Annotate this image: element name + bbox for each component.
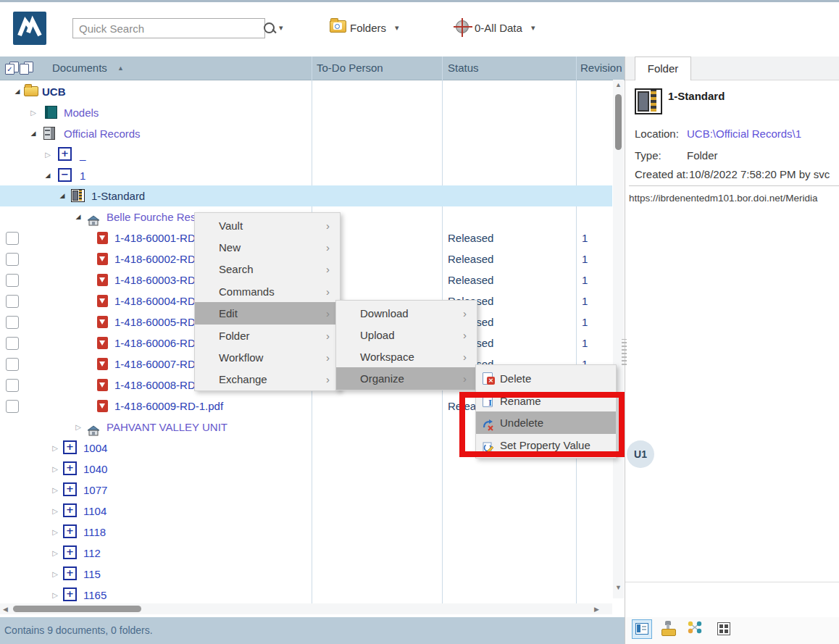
plus-box-icon[interactable]: +: [63, 545, 77, 559]
plus-box-icon[interactable]: +: [63, 482, 77, 496]
tree-item-numbered[interactable]: ▷ + 1165: [0, 585, 612, 606]
minus-box-icon[interactable]: −: [58, 168, 72, 182]
plus-box-icon[interactable]: +: [63, 587, 77, 601]
row-checkbox[interactable]: [6, 400, 19, 413]
search-input[interactable]: [72, 18, 265, 38]
expand-closed-icon[interactable]: ▷: [51, 480, 59, 501]
scroll-down-icon[interactable]: ▼: [615, 584, 622, 591]
row-checkbox[interactable]: [6, 295, 19, 308]
row-checkbox[interactable]: [6, 274, 19, 287]
properties-view-button[interactable]: [632, 619, 652, 639]
scope-button[interactable]: 0-All Data: [475, 22, 522, 34]
scroll-right-icon[interactable]: ▶: [594, 606, 599, 613]
folders-caret-icon[interactable]: ▾: [395, 23, 399, 33]
expand-open-icon[interactable]: ◢: [29, 123, 38, 144]
created-value: 10/8/2022 7:58:20 PM by svc: [689, 168, 839, 180]
menu-item-download[interactable]: Download›: [336, 302, 477, 325]
menu-item-workflow[interactable]: Workflow›: [195, 346, 340, 369]
relations-button[interactable]: [687, 619, 706, 637]
panel-resize-gripper[interactable]: [622, 339, 627, 365]
row-checkbox[interactable]: [6, 379, 19, 392]
tab-folder[interactable]: Folder: [635, 57, 691, 80]
plus-box-icon[interactable]: +: [63, 566, 77, 580]
expand-open-icon[interactable]: ◢: [13, 81, 22, 102]
tree-item-numbered[interactable]: ▷ + 1118: [0, 522, 612, 543]
location-link[interactable]: UCB:\Official Records\1: [687, 127, 801, 140]
tree-item-ucb[interactable]: ◢ UCB: [0, 81, 612, 102]
tree-item-1[interactable]: ◢ − 1: [0, 165, 612, 186]
menu-item-delete[interactable]: × Delete: [476, 367, 616, 390]
menu-item-edit[interactable]: Edit›: [195, 302, 340, 325]
tree-item-underscore[interactable]: ▷ + _: [0, 144, 612, 165]
menu-item-new[interactable]: New›: [195, 236, 340, 259]
tree-item-models[interactable]: ▷ Models: [0, 102, 612, 123]
tree-item-numbered[interactable]: ▷ + 1104: [0, 501, 612, 522]
thumbnail-view-button[interactable]: [714, 619, 733, 637]
plus-box-icon[interactable]: +: [63, 461, 77, 475]
tree-label: PAHVANT VALLEY UNIT: [107, 417, 228, 438]
type-value: Folder: [687, 149, 718, 162]
expand-closed-icon[interactable]: ▷: [29, 102, 38, 123]
expand-closed-icon[interactable]: ▷: [51, 585, 59, 606]
plus-box-icon[interactable]: +: [58, 147, 72, 161]
menu-item-commands[interactable]: Commands›: [195, 280, 340, 303]
expand-open-icon[interactable]: ◢: [74, 206, 83, 227]
menu-item-exchange[interactable]: Exchange›: [195, 368, 340, 390]
tree-item-1-standard[interactable]: ◢ 1-Standard: [0, 185, 612, 206]
row-checkbox[interactable]: [6, 253, 19, 266]
scroll-up-icon[interactable]: ▲: [615, 81, 622, 88]
revision-value: 1: [582, 311, 588, 333]
expand-closed-icon[interactable]: ▷: [51, 459, 59, 480]
expand-closed-icon[interactable]: ▷: [51, 543, 59, 564]
row-checkbox[interactable]: [6, 358, 19, 371]
pdf-icon: [97, 274, 108, 286]
menu-item-folder[interactable]: Folder›: [195, 325, 340, 347]
pdf-icon: [97, 337, 108, 349]
row-checkbox[interactable]: [6, 232, 19, 245]
plus-box-icon[interactable]: +: [63, 440, 77, 454]
folders-button[interactable]: Folders: [350, 22, 386, 34]
row-checkbox[interactable]: [6, 316, 19, 329]
plus-box-icon[interactable]: +: [63, 503, 77, 517]
tree-item-numbered[interactable]: ▷ + 1077: [0, 480, 612, 501]
expand-closed-icon[interactable]: ▷: [74, 417, 83, 438]
tree-item-numbered[interactable]: ▷ + 1040: [0, 459, 612, 480]
user-avatar[interactable]: U1: [627, 440, 654, 468]
menu-item-organize[interactable]: Organize›: [336, 367, 477, 390]
tree-item-numbered[interactable]: ▷ + 115: [0, 564, 612, 585]
select-all-icon[interactable]: ✓: [5, 62, 20, 75]
app-logo-icon[interactable]: [13, 12, 46, 45]
menu-item-workspace[interactable]: Workspace›: [336, 346, 477, 368]
expand-closed-icon[interactable]: ▷: [43, 144, 52, 165]
mountain-m-glyph: [13, 12, 46, 45]
tree-item-numbered[interactable]: ▷ + 112: [0, 543, 612, 564]
column-todo-person[interactable]: To-Do Person: [317, 57, 383, 80]
vertical-scroll-thumb[interactable]: [615, 94, 622, 150]
menu-item-upload[interactable]: Upload›: [336, 324, 477, 346]
stamp-references-button[interactable]: [659, 619, 678, 637]
column-revision[interactable]: Revision: [580, 57, 622, 80]
search-caret-icon[interactable]: ▾: [279, 23, 283, 33]
column-status[interactable]: Status: [448, 57, 479, 80]
column-documents[interactable]: Documents: [52, 57, 107, 80]
search-icon[interactable]: [264, 22, 275, 33]
expand-closed-icon[interactable]: ▷: [51, 501, 59, 522]
scope-caret-icon[interactable]: ▾: [531, 23, 535, 33]
menu-item-search[interactable]: Search›: [195, 258, 340, 280]
expand-open-icon[interactable]: ◢: [58, 185, 67, 206]
row-checkbox[interactable]: [6, 337, 19, 350]
sort-asc-icon[interactable]: ▲: [117, 64, 124, 72]
expand-closed-icon[interactable]: ▷: [51, 522, 59, 543]
pdf-icon: [97, 316, 108, 328]
tree-item-official-records[interactable]: ◢ Official Records: [0, 123, 612, 144]
expand-closed-icon[interactable]: ▷: [51, 564, 59, 585]
expand-closed-icon[interactable]: ▷: [51, 438, 59, 459]
plus-box-icon[interactable]: +: [63, 524, 77, 538]
scroll-left-icon[interactable]: ◀: [3, 606, 8, 613]
folder-icon: [24, 86, 38, 96]
deselect-all-icon[interactable]: [20, 62, 34, 75]
tree-label: 1040: [83, 459, 107, 480]
horizontal-scroll-thumb[interactable]: [13, 606, 141, 612]
menu-item-vault[interactable]: Vault›: [195, 214, 340, 237]
expand-open-icon[interactable]: ◢: [43, 165, 52, 186]
